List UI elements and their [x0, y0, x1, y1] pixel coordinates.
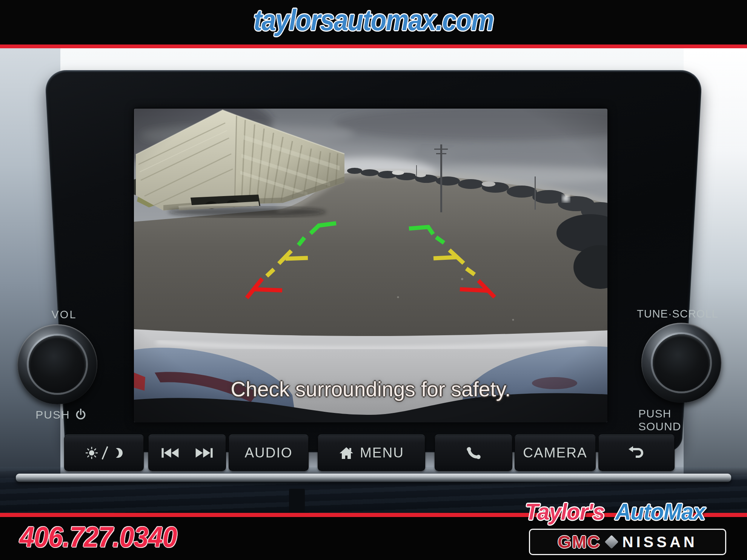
camera-button[interactable]: CAMERA: [515, 434, 596, 471]
volume-knob-label: VOL: [40, 308, 89, 321]
menu-button[interactable]: MENU: [318, 434, 425, 471]
sun-icon: [85, 446, 98, 460]
dealer-phone-number: 406.727.0340: [20, 520, 177, 553]
push-sound-label: PUSH SOUND: [638, 407, 719, 433]
moon-icon: [111, 446, 123, 459]
back-button[interactable]: [598, 434, 675, 471]
dealer-logo: Taylor's AutoMax: [525, 499, 705, 525]
backup-camera-screen[interactable]: Check surroundings for safety.: [134, 109, 607, 422]
tune-scroll-knob[interactable]: [641, 323, 721, 403]
tune-knob-label: TUNE·SCROLL: [637, 308, 718, 320]
head-unit-chrome-edge: [16, 474, 731, 482]
push-sound-text: PUSH SOUND: [638, 407, 719, 433]
top-banner: taylorsautomax.com: [0, 0, 747, 44]
gmc-logo: GMC: [558, 532, 600, 552]
camera-button-label: CAMERA: [523, 445, 587, 461]
vignette: [134, 109, 607, 422]
push-power-label: PUSH: [23, 408, 99, 422]
menu-button-label: MENU: [360, 445, 404, 461]
audio-button[interactable]: AUDIO: [229, 434, 309, 471]
top-red-stripe: [0, 44, 747, 48]
back-icon: [628, 445, 645, 460]
dealer-logo-taylors: Taylor's: [525, 499, 604, 525]
power-icon: [75, 408, 87, 422]
screenshot-root: taylorsautomax.com: [0, 0, 747, 560]
phone-icon: [466, 445, 481, 460]
prev-track-icon: [159, 446, 180, 460]
seek-tracks-button[interactable]: [148, 434, 226, 471]
home-icon: [339, 446, 354, 460]
camera-warning-text: Check surroundings for safety.: [134, 377, 607, 401]
phone-button[interactable]: [435, 434, 512, 471]
dealer-website-text: taylorsautomax.com: [45, 3, 702, 37]
audio-button-label: AUDIO: [244, 445, 292, 461]
slash-icon: [101, 446, 108, 460]
backup-camera-view: [134, 109, 607, 422]
push-label: PUSH: [35, 408, 70, 421]
next-track-icon: [194, 446, 215, 460]
volume-knob[interactable]: [17, 324, 97, 404]
brand-logos-box: GMC NISSAN: [529, 529, 726, 555]
display-brightness-button[interactable]: [64, 434, 144, 471]
dash-trim-notch: [289, 489, 305, 512]
diamond-separator-icon: [604, 535, 618, 549]
dealer-logo-automax: AutoMax: [615, 499, 705, 525]
nissan-logo: NISSAN: [622, 534, 698, 551]
